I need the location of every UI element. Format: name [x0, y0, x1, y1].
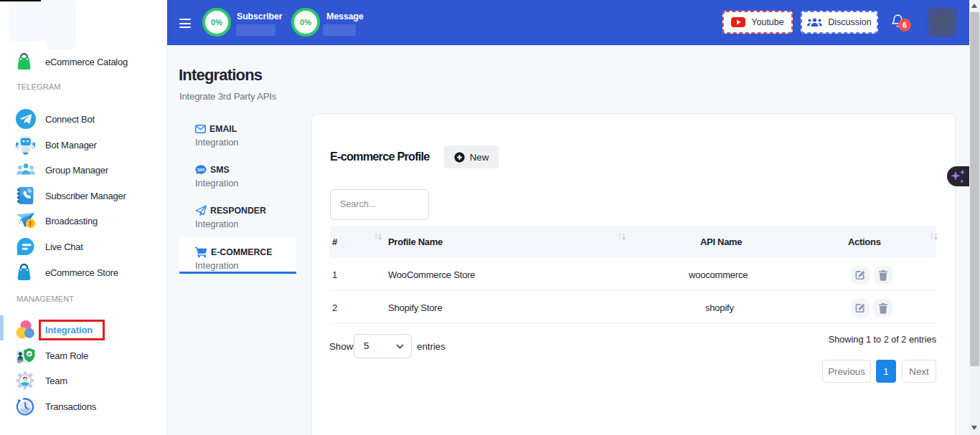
svg-text:SMS: SMS [197, 168, 204, 171]
